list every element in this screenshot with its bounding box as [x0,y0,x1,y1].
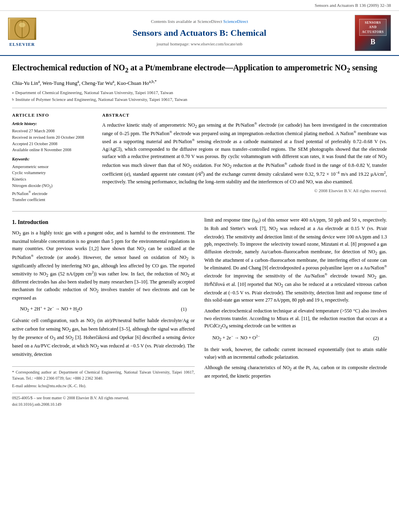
revised-date: Received in revised form 20 October 2008 [12,134,93,141]
email-note: E-mail address: kcho@ntu.edu.tw (K.-C. H… [12,383,195,389]
sensors-actuators-logo-section: SENSORS AND ACTUATORS B [351,15,391,51]
doi-info: doi:10.1016/j.snb.2008.10.149 [12,401,195,408]
equation-1-text: NO2 + 2H+ + 2e− → NO + H2O [20,305,82,314]
intro-para-1: NO2 gas is a highly toxic gas with a pun… [12,229,195,302]
copyright: © 2008 Elsevier B.V. All rights reserved… [102,188,387,194]
equation-1-number: (1) [181,306,187,313]
affiliations: a Department of Chemical Engineering, Na… [12,90,387,103]
received-date: Received 27 March 2008 [12,128,93,134]
issn-info: 0925-4005/$ – see front matter © 2008 El… [12,395,195,401]
sciencedirect-link: Contents lists available at ScienceDirec… [151,18,248,25]
accepted-date: Accepted 21 October 2008 [12,141,93,147]
sensors-logo-label: SENSORS AND ACTUATORS [359,19,387,36]
abstract-col: ABSTRACT A reductive kinetic study of am… [102,112,387,206]
right-para-3: In their work, however, the cathodic cur… [204,346,387,361]
abstract-text: A reductive kinetic study of amperometri… [102,121,387,186]
sensors-logo-b: B [370,37,375,47]
keyword-6: Transfer coefficient [12,197,93,203]
body-content: 1. Introduction NO2 gas is a highly toxi… [12,216,387,407]
divider-1 [12,108,387,108]
journal-title: Sensors and Actuators B: Chemical [133,27,266,39]
elsevier-logo: ELSEVIER [8,18,36,48]
sciencedirect-anchor[interactable]: ScienceDirect [223,19,248,24]
equation-2-text: NO2 + 2e− → NO + O2− [212,334,260,343]
equation-2-block: NO2 + 2e− → NO + O2− (2) [212,334,379,343]
right-para-1: limit and response time (t95) of this se… [204,216,387,304]
sensors-actuators-logo: SENSORS AND ACTUATORS B [355,15,391,51]
citation-bar: Sensors and Actuators B 136 (2009) 32–38 [0,0,399,11]
corresponding-note: * Corresponding author at: Department of… [12,369,195,382]
journal-header: ELSEVIER Contents lists available at Sci… [0,11,399,56]
body-col-left: 1. Introduction NO2 gas is a highly toxi… [12,216,195,407]
article-info-label: ARTICLE INFO [12,112,93,119]
body-col-right: limit and response time (t95) of this se… [204,216,387,407]
affil-a: a Department of Chemical Engineering, Na… [12,90,387,96]
available-date: Available online 8 November 2008 [12,147,93,153]
right-para-4: Although the sensing characteristics of … [204,364,387,380]
equation-1-block: NO2 + 2H+ + 2e− → NO + H2O (1) [20,305,187,314]
article-info-abstract: ARTICLE INFO Article history: Received 2… [12,112,387,206]
equation-2-number: (2) [373,335,379,342]
page-container: Sensors and Actuators B 136 (2009) 32–38… [0,0,399,532]
intro-heading: 1. Introduction [12,218,195,227]
abstract-label: ABSTRACT [102,112,387,119]
right-para-2: Another electrochemical reduction techni… [204,307,387,331]
authors: Chia-Yu Lina, Wen-Tung Hunga, Cheng-Tar … [12,79,387,87]
journal-homepage: journal homepage: www.elsevier.com/locat… [156,41,243,47]
intro-para-2: Galvanic cell configuration, such as NO2… [12,317,195,358]
divider-2 [12,211,387,212]
citation-text: Sensors and Actuators B 136 (2009) 32–38 [315,3,391,8]
svg-point-3 [19,23,25,27]
article-content: Electrochemical reduction of NO2 at a Pt… [0,56,399,414]
keyword-3: Kinetics [12,176,93,183]
history-label: Article history: [12,121,93,127]
elsevier-text: ELSEVIER [9,41,35,48]
elsevier-logo-image [8,18,36,40]
keywords-label: Keywords: [12,156,93,162]
keyword-4: Nitrogen dioxide (NO2) [12,183,93,190]
bottom-info: 0925-4005/$ – see front matter © 2008 El… [12,393,195,407]
keywords-section: Keywords: Amperometric sensor Cyclic vol… [12,156,93,203]
elsevier-logo-section: ELSEVIER [8,15,48,51]
keyword-1: Amperometric sensor [12,164,93,170]
footnotes: * Corresponding author at: Department of… [12,366,195,389]
affil-b: b Institute of Polymer Science and Engin… [12,97,387,103]
keyword-5: Pt/Nafion® electrode [12,190,93,197]
journal-header-center: Contents lists available at ScienceDirec… [55,15,344,51]
article-title: Electrochemical reduction of NO2 at a Pt… [12,62,387,75]
article-history: Article history: Received 27 March 2008 … [12,121,93,154]
keyword-2: Cyclic voltammetry [12,170,93,176]
article-info-col: ARTICLE INFO Article history: Received 2… [12,112,93,206]
